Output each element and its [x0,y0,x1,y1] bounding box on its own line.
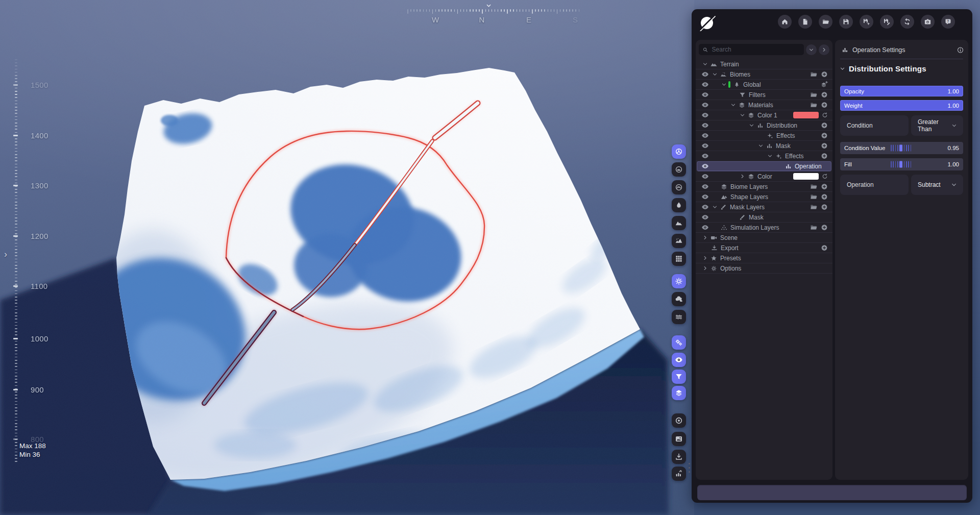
visibility-toggle-icon[interactable] [701,193,709,201]
add-button[interactable] [820,70,828,78]
operation-select[interactable]: Subtract [911,175,963,195]
tool-mountain-button[interactable] [672,216,686,230]
visibility-toggle-icon[interactable] [701,173,709,180]
visibility-toggle-icon[interactable] [701,224,709,231]
visibility-toggle-icon[interactable] [701,81,709,88]
search-input-wrap[interactable] [699,44,804,55]
expander-chevron-down-icon[interactable] [701,61,709,67]
add-button[interactable] [820,152,828,160]
add-button[interactable] [820,183,828,190]
visibility-toggle-icon[interactable] [701,121,709,129]
visibility-toggle-icon[interactable] [701,162,709,170]
status-bar[interactable] [697,485,967,500]
visibility-toggle-icon[interactable] [701,152,709,160]
tool-record-button[interactable] [672,413,686,428]
expander-chevron-down-icon[interactable] [738,112,747,118]
expander-chevron-right-icon[interactable] [738,173,747,180]
tool-rocks-button[interactable] [672,234,686,248]
tool-waves-button[interactable] [672,310,686,324]
tool-layers-button[interactable] [672,386,686,400]
tree-row-scene[interactable]: Scene [696,233,832,243]
add-layer-button[interactable] [820,81,828,88]
distribution-settings-section[interactable]: Distribution Settings [839,64,926,73]
tree-row-global[interactable]: Global [696,80,832,90]
add-button[interactable] [820,91,828,99]
tool-orbit-button[interactable] [672,144,686,159]
color-swatch[interactable] [793,173,819,180]
tool-eye-button[interactable] [672,353,686,367]
tool-peak-circle-button[interactable] [672,180,686,194]
help-button[interactable]: ? [941,15,955,29]
tree-row-filters[interactable]: Filters [696,90,832,100]
add-button[interactable] [820,203,828,211]
tool-mountain-circle-button[interactable] [672,162,686,177]
panel-resize-handle[interactable] [689,463,690,473]
visibility-toggle-icon[interactable] [701,70,709,78]
tree-row-shape-layers[interactable]: Shape Layers [696,192,832,202]
group-folder-icon[interactable] [810,224,818,231]
opacity-slider[interactable]: Opacity 1.00 [840,86,963,96]
add-button[interactable] [820,142,828,150]
visibility-toggle-icon[interactable] [701,132,709,139]
save-button[interactable] [839,15,853,29]
condition-value-field[interactable]: Condition Value 0.95 [840,142,963,154]
tree-row-options[interactable]: Options [696,263,832,274]
tree-row-operation[interactable]: Operation [697,161,831,171]
group-folder-icon[interactable] [810,91,818,99]
tree-row-biomes[interactable]: Biomes [696,69,832,80]
refresh-button[interactable] [821,173,828,180]
visibility-toggle-icon[interactable] [701,142,709,150]
tool-funnel-button[interactable] [672,370,686,384]
visibility-toggle-icon[interactable] [701,91,709,99]
condition-select[interactable]: Greater Than [911,115,963,136]
tool-cogs-button[interactable] [672,335,686,350]
visibility-toggle-icon[interactable] [701,213,709,221]
tree-row-mask-layers[interactable]: Mask Layers [696,202,832,212]
tool-image-button[interactable] [672,432,686,446]
expander-chevron-down-icon[interactable] [756,142,765,149]
tree-row-mask[interactable]: Mask [696,212,832,223]
group-folder-icon[interactable] [810,193,818,201]
expander-chevron-down-icon[interactable] [710,204,719,210]
group-folder-icon[interactable] [810,203,818,211]
tree-row-distribution[interactable]: Distribution [696,120,832,131]
expander-chevron-right-icon[interactable] [701,255,709,261]
color-swatch[interactable] [793,112,819,118]
search-input[interactable] [711,45,800,54]
add-button[interactable] [820,101,828,109]
group-folder-icon[interactable] [810,183,818,190]
group-folder-icon[interactable] [810,101,818,109]
sync-button[interactable] [900,15,914,29]
tree-row-effects[interactable]: Effects [696,151,832,161]
group-folder-icon[interactable] [810,70,818,78]
tree-row-export[interactable]: Export [696,243,832,253]
expander-chevron-down-icon[interactable] [766,153,774,159]
panel-expand-arrow[interactable]: › [4,250,7,259]
drag-scrubber[interactable] [891,161,911,168]
drag-scrubber[interactable] [891,145,911,152]
tree-row-simulation-layers[interactable]: Simulation Layers [696,223,832,233]
expander-chevron-down-icon[interactable] [747,122,756,129]
tree-row-materials[interactable]: Materials [696,100,832,110]
save-edit-button[interactable] [880,15,894,29]
tree-row-biome-layers[interactable]: Biome Layers [696,182,832,192]
home-button[interactable] [778,15,792,29]
tree-row-presets[interactable]: Presets [696,253,832,263]
expander-chevron-right-icon[interactable] [701,265,709,272]
tool-droplet-button[interactable] [672,198,686,212]
tool-grid-button[interactable] [672,252,686,266]
tree-row-effects[interactable]: Effects [696,131,832,141]
tree-row-terrain[interactable]: Terrain [696,59,832,69]
refresh-button[interactable] [821,112,828,118]
file-button[interactable] [798,15,812,29]
visibility-toggle-icon[interactable] [701,111,709,119]
visibility-toggle-icon[interactable] [701,203,709,211]
info-icon[interactable] [957,46,964,54]
expander-chevron-right-icon[interactable] [701,234,709,241]
tree-row-mask[interactable]: Mask [696,141,832,151]
weight-slider[interactable]: Weight 1.00 [840,100,963,111]
add-button[interactable] [820,193,828,201]
tool-cloud-button[interactable] [672,292,686,306]
add-button[interactable] [820,224,828,231]
search-next-button[interactable] [819,44,829,55]
